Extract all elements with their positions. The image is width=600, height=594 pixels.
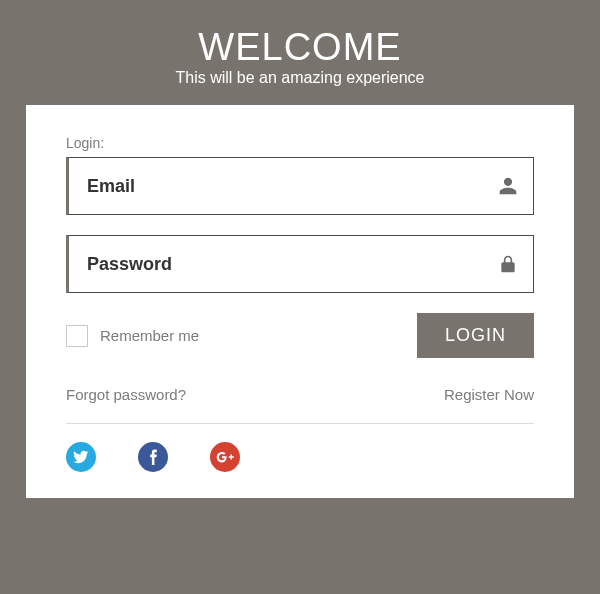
password-field-wrap <box>66 235 534 293</box>
login-button[interactable]: LOGIN <box>417 313 534 358</box>
divider <box>66 423 534 424</box>
password-field[interactable] <box>66 235 534 293</box>
social-row <box>66 442 534 472</box>
googleplus-button[interactable] <box>210 442 240 472</box>
facebook-button[interactable] <box>138 442 168 472</box>
register-link[interactable]: Register Now <box>444 386 534 403</box>
page-title: WELCOME <box>175 26 424 69</box>
forgot-password-link[interactable]: Forgot password? <box>66 386 186 403</box>
header: WELCOME This will be an amazing experien… <box>175 0 424 87</box>
lock-icon <box>498 254 518 274</box>
remember-checkbox[interactable] <box>66 325 88 347</box>
twitter-icon <box>73 449 89 465</box>
googleplus-icon <box>216 450 234 464</box>
remember-me[interactable]: Remember me <box>66 325 199 347</box>
page-subtitle: This will be an amazing experience <box>175 69 424 87</box>
email-field-wrap <box>66 157 534 215</box>
email-field[interactable] <box>66 157 534 215</box>
remember-label: Remember me <box>100 327 199 344</box>
login-label: Login: <box>66 135 534 151</box>
user-icon <box>498 176 518 196</box>
remember-login-row: Remember me LOGIN <box>66 313 534 358</box>
login-card: Login: Remember me LOGIN Forgot password… <box>26 105 574 498</box>
links-row: Forgot password? Register Now <box>66 386 534 403</box>
twitter-button[interactable] <box>66 442 96 472</box>
facebook-icon <box>148 449 158 465</box>
